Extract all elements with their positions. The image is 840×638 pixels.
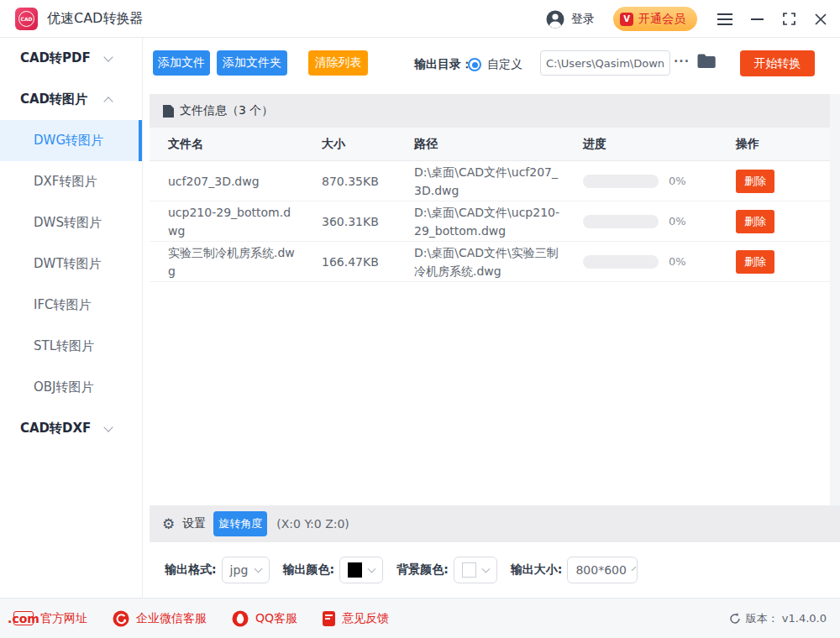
black-color-swatch bbox=[348, 562, 362, 578]
file-path: D:\桌面\CAD文件\ucp210-29_bottom.dwg bbox=[414, 203, 583, 240]
file-size: 360.31KB bbox=[322, 212, 414, 231]
progress-label: 0% bbox=[669, 255, 686, 268]
delete-button[interactable]: 删除 bbox=[736, 250, 774, 274]
maximize-button[interactable] bbox=[776, 0, 801, 38]
wechat-support-label: 企业微信客服 bbox=[136, 611, 207, 626]
sidebar-item-dwg-to-image[interactable]: DWG转图片 bbox=[0, 120, 142, 161]
browse-more-button[interactable]: ··· bbox=[674, 55, 690, 68]
add-file-button[interactable]: 添加文件 bbox=[153, 50, 210, 76]
rotate-angle-button[interactable]: 旋转角度 bbox=[213, 511, 267, 536]
feedback-label: 意见反馈 bbox=[342, 611, 389, 626]
chevron-down-icon bbox=[632, 567, 637, 572]
sidebar-group-label: CAD转图片 bbox=[20, 92, 87, 107]
table-header: 文件名 大小 路径 进度 操作 bbox=[150, 128, 830, 161]
custom-dir-radio[interactable] bbox=[468, 58, 481, 71]
output-format-label: 输出格式: bbox=[165, 562, 217, 578]
footer: .com 官方网址 企业微信客服 QQ客服 意见反馈 bbox=[0, 598, 840, 638]
output-color-label: 输出颜色: bbox=[283, 562, 335, 578]
chevron-up-icon bbox=[103, 97, 113, 106]
background-color-label: 背景颜色: bbox=[396, 562, 449, 578]
qq-support-label: QQ客服 bbox=[255, 611, 297, 626]
official-site-label: 官方网址 bbox=[40, 611, 87, 626]
wechat-support-link[interactable]: 企业微信客服 bbox=[113, 610, 207, 627]
file-panel-title: 文件信息（3 个） bbox=[180, 103, 273, 118]
table-row: ucp210-29_bottom.dwg 360.31KB D:\桌面\CAD文… bbox=[150, 201, 830, 242]
output-format-select[interactable]: jpg bbox=[222, 557, 270, 583]
version-info: 版本： v1.4.0.0 bbox=[729, 611, 827, 626]
main-area: 添加文件 添加文件夹 清除列表 输出目录： 自定义 ··· 开始转换 文件信息（… bbox=[143, 38, 840, 598]
col-size: 大小 bbox=[322, 137, 414, 152]
sidebar-group-label: CAD转PDF bbox=[20, 50, 91, 66]
col-progress: 进度 bbox=[583, 137, 736, 152]
col-name: 文件名 bbox=[168, 137, 322, 152]
chevron-down-icon bbox=[482, 565, 491, 573]
settings-label: 设置 bbox=[182, 516, 206, 531]
custom-dir-label[interactable]: 自定义 bbox=[487, 57, 522, 72]
progress-bar bbox=[583, 215, 659, 228]
sidebar-item-dwt-to-image[interactable]: DWT转图片 bbox=[0, 243, 142, 285]
feedback-link[interactable]: 意见反馈 bbox=[323, 611, 389, 626]
vip-icon: V bbox=[620, 13, 633, 26]
delete-button[interactable]: 删除 bbox=[736, 170, 774, 193]
sidebar-item-obj-to-image[interactable]: OBJ转图片 bbox=[0, 367, 142, 408]
close-button[interactable] bbox=[808, 0, 833, 38]
sidebar: CAD转PDF CAD转图片 DWG转图片 DXF转图片 DWS转图片 DWT转… bbox=[0, 38, 143, 598]
app-title: 优速CAD转换器 bbox=[47, 10, 143, 28]
rotation-values: (X:0 Y:0 Z:0) bbox=[276, 517, 349, 531]
progress-bar bbox=[583, 175, 659, 188]
login-label: 登录 bbox=[571, 12, 595, 27]
qq-support-link[interactable]: QQ客服 bbox=[232, 610, 297, 627]
version-label: 版本： v1.4.0.0 bbox=[746, 611, 827, 626]
maximize-icon bbox=[783, 13, 795, 25]
login-button[interactable]: 登录 bbox=[546, 10, 595, 29]
add-folder-button[interactable]: 添加文件夹 bbox=[217, 50, 287, 76]
output-color-select[interactable] bbox=[339, 557, 383, 583]
file-panel-header: 文件信息（3 个） bbox=[150, 94, 830, 128]
close-icon bbox=[815, 13, 827, 25]
file-size: 166.47KB bbox=[322, 253, 414, 271]
hamburger-icon bbox=[717, 13, 732, 25]
menu-button[interactable] bbox=[712, 0, 738, 38]
output-size-value: 800*600 bbox=[575, 563, 626, 577]
document-icon bbox=[163, 105, 174, 118]
output-dir-label: 输出目录： bbox=[414, 57, 473, 72]
minimize-button[interactable] bbox=[744, 0, 769, 38]
official-site-link[interactable]: .com 官方网址 bbox=[13, 611, 87, 626]
table-row: 实验三制冷机房系统.dwg 166.47KB D:\桌面\CAD文件\实验三制冷… bbox=[150, 242, 830, 282]
scrollbar-track[interactable] bbox=[830, 94, 840, 505]
file-name: ucp210-29_bottom.dwg bbox=[168, 203, 322, 240]
sidebar-group-cad-to-pdf[interactable]: CAD转PDF bbox=[0, 38, 142, 79]
progress-bar bbox=[583, 255, 659, 269]
clear-list-button[interactable]: 清除列表 bbox=[308, 50, 368, 76]
com-icon: .com bbox=[13, 611, 34, 625]
open-folder-button[interactable] bbox=[696, 53, 717, 73]
sidebar-item-dxf-to-image[interactable]: DXF转图片 bbox=[0, 161, 142, 202]
sidebar-item-stl-to-image[interactable]: STL转图片 bbox=[0, 326, 142, 367]
output-path-input[interactable] bbox=[540, 50, 670, 76]
progress-label: 0% bbox=[669, 215, 686, 227]
wechat-icon bbox=[113, 610, 129, 627]
table-row: ucf207_3D.dwg 870.35KB D:\桌面\CAD文件\ucf20… bbox=[150, 161, 830, 201]
app-window: CAD 优速CAD转换器 登录 V 开通会员 bbox=[0, 0, 840, 638]
output-controls: 输出格式: jpg 输出颜色: 背景颜色: 输出大小: 800*600 bbox=[150, 542, 840, 598]
start-convert-button[interactable]: 开始转换 bbox=[740, 50, 815, 76]
output-size-select[interactable]: 800*600 bbox=[567, 557, 638, 583]
sidebar-group-cad-to-dxf[interactable]: CAD转DXF bbox=[0, 408, 142, 449]
sidebar-group-cad-to-image[interactable]: CAD转图片 bbox=[0, 79, 142, 120]
minimize-icon bbox=[751, 18, 764, 20]
sidebar-item-dws-to-image[interactable]: DWS转图片 bbox=[0, 202, 142, 243]
output-format-value: jpg bbox=[230, 563, 249, 577]
sidebar-item-ifc-to-image[interactable]: IFC转图片 bbox=[0, 285, 142, 326]
title-bar: CAD 优速CAD转换器 登录 V 开通会员 bbox=[0, 0, 840, 38]
gear-icon: ⚙ bbox=[162, 517, 175, 531]
output-size-label: 输出大小: bbox=[511, 562, 563, 578]
refresh-icon bbox=[729, 613, 741, 625]
folder-icon bbox=[696, 53, 717, 70]
vip-upgrade-button[interactable]: V 开通会员 bbox=[613, 7, 697, 31]
background-color-select[interactable] bbox=[454, 557, 497, 583]
file-name: 实验三制冷机房系统.dwg bbox=[168, 243, 322, 280]
delete-button[interactable]: 删除 bbox=[736, 210, 774, 233]
progress-label: 0% bbox=[669, 175, 686, 187]
file-name: ucf207_3D.dwg bbox=[168, 172, 322, 191]
vip-label: 开通会员 bbox=[638, 12, 685, 27]
